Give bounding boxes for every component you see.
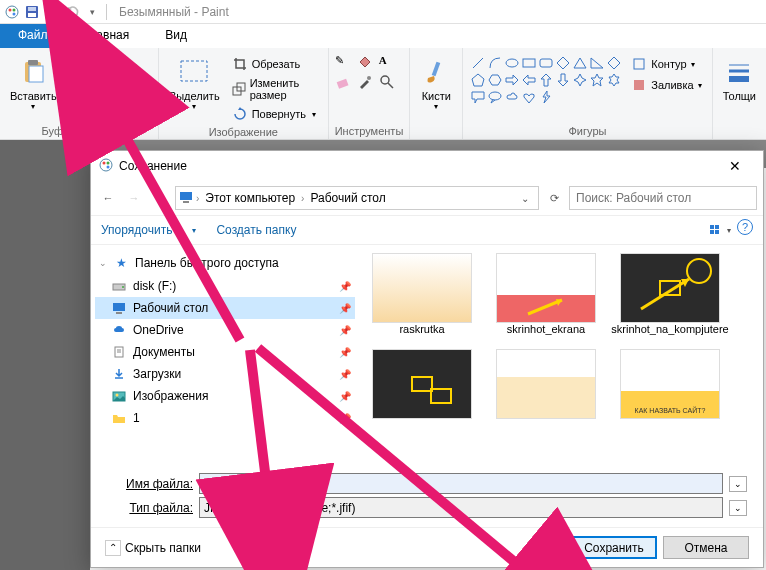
thickness-button[interactable]: Толщи <box>719 54 760 104</box>
shape-arrowd[interactable] <box>556 73 570 87</box>
breadcrumb-desktop[interactable]: Рабочий стол <box>306 189 389 207</box>
hide-folders-button[interactable]: ⌃ Скрыть папки <box>105 540 201 556</box>
tree-item-documents[interactable]: Документы📌 <box>95 341 355 363</box>
fill-icon[interactable] <box>357 54 377 72</box>
shape-hexagon[interactable] <box>488 73 502 87</box>
file-item[interactable]: skrinhot_na_kompjutere <box>615 253 725 335</box>
shape-line[interactable] <box>471 56 485 70</box>
file-item[interactable]: КАК НАЗВАТЬ САЙТ? <box>615 349 725 419</box>
shape-diamond[interactable] <box>607 56 621 70</box>
view-button[interactable]: ▾ <box>709 219 731 241</box>
brushes-button[interactable]: Кисти ▾ <box>416 54 456 113</box>
group-size: Толщи <box>713 48 766 139</box>
chevron-down-icon[interactable]: ⌄ <box>729 500 747 516</box>
svg-point-16 <box>367 76 371 80</box>
picker-icon[interactable] <box>357 74 377 92</box>
shape-polygon[interactable] <box>556 56 570 70</box>
close-button[interactable]: ✕ <box>715 152 755 180</box>
text-icon[interactable]: A <box>379 54 399 72</box>
shape-roundrect[interactable] <box>539 56 553 70</box>
shape-star5[interactable] <box>590 73 604 87</box>
tab-file[interactable]: Файл <box>0 24 66 48</box>
pencil-icon[interactable]: ✎ <box>335 54 355 72</box>
redo-icon[interactable] <box>64 4 80 20</box>
outline-button[interactable]: Контур▾ <box>627 54 705 74</box>
cut-button[interactable]: ✂Вырезать <box>65 54 152 74</box>
qat-dropdown-icon[interactable]: ▾ <box>84 4 100 20</box>
shape-rtriangle[interactable] <box>590 56 604 70</box>
shape-star6[interactable] <box>607 73 621 87</box>
crop-button[interactable]: Обрезать <box>228 54 322 74</box>
search-input[interactable] <box>576 191 750 205</box>
tree-quickaccess[interactable]: ⌄ ★ Панель быстрого доступа <box>95 251 355 275</box>
paste-icon <box>17 56 49 88</box>
file-item[interactable]: skrinhot_ekrana <box>491 253 601 335</box>
shape-callout-cloud[interactable] <box>505 90 519 104</box>
shape-triangle[interactable] <box>573 56 587 70</box>
cancel-button[interactable]: Отмена <box>663 536 749 559</box>
address-bar[interactable]: › Этот компьютер › Рабочий стол ⌄ <box>175 186 539 210</box>
undo-icon[interactable] <box>44 4 60 20</box>
tree-item-pictures[interactable]: Изображения📌 <box>95 385 355 407</box>
drive-icon <box>111 278 127 294</box>
tree-item-onedrive[interactable]: OneDrive📌 <box>95 319 355 341</box>
breadcrumb-thispc[interactable]: Этот компьютер <box>201 189 299 207</box>
file-item[interactable]: raskrutka <box>367 253 477 335</box>
rotate-button[interactable]: Повернуть▾ <box>228 104 322 124</box>
chevron-right-icon[interactable]: › <box>301 193 304 204</box>
paste-button[interactable]: Вставить ▾ <box>6 54 61 113</box>
fill-button[interactable]: Заливка▾ <box>627 75 705 95</box>
shape-oval[interactable] <box>505 56 519 70</box>
shape-curve[interactable] <box>488 56 502 70</box>
shape-arrowl[interactable] <box>522 73 536 87</box>
shape-arrowu[interactable] <box>539 73 553 87</box>
pin-icon: 📌 <box>339 347 351 358</box>
filetype-select[interactable] <box>199 497 723 518</box>
file-list[interactable]: raskrutka skrinhot_ekrana skrinhot_na_ko… <box>359 245 763 464</box>
chevron-down-icon: ▾ <box>192 102 196 111</box>
shape-star4[interactable] <box>573 73 587 87</box>
tree-item-disk[interactable]: disk (F:)📌 <box>95 275 355 297</box>
window-title: Безымянный - Paint <box>119 5 229 19</box>
organize-button[interactable]: Упорядочить <box>101 223 172 237</box>
eraser-icon[interactable] <box>335 74 355 92</box>
file-item[interactable] <box>491 349 601 419</box>
filename-label: Имя файла: <box>107 477 193 491</box>
group-brushes: Кисти ▾ <box>410 48 463 139</box>
tab-home[interactable]: Главная <box>66 24 148 48</box>
file-item[interactable] <box>367 349 477 419</box>
search-box[interactable] <box>569 186 757 210</box>
save-button[interactable]: Сохранить <box>571 536 657 559</box>
tree-item-downloads[interactable]: Загрузки📌 <box>95 363 355 385</box>
resize-button[interactable]: Изменить размер <box>228 75 322 103</box>
chevron-right-icon[interactable]: › <box>196 193 199 204</box>
chevron-down-icon[interactable]: ⌄ <box>99 258 107 268</box>
forward-button[interactable]: → <box>123 187 145 209</box>
tree-item-desktop[interactable]: Рабочий стол📌 <box>95 297 355 319</box>
filename-input[interactable] <box>199 473 723 494</box>
outline-icon <box>631 56 647 72</box>
svg-marker-28 <box>472 74 484 86</box>
refresh-button[interactable]: ⟳ <box>543 187 565 209</box>
shape-callout-oval[interactable] <box>488 90 502 104</box>
shape-callout-rect[interactable] <box>471 90 485 104</box>
tab-view[interactable]: Вид <box>147 24 205 48</box>
shape-lightning[interactable] <box>539 90 553 104</box>
copy-button[interactable]: Копировать <box>65 75 152 95</box>
chevron-down-icon[interactable]: ⌄ <box>729 476 747 492</box>
shapes-gallery[interactable] <box>469 54 623 106</box>
select-button[interactable]: Выделить ▾ <box>165 54 224 113</box>
save-icon[interactable] <box>24 4 40 20</box>
magnify-icon[interactable] <box>379 74 399 92</box>
shape-heart[interactable] <box>522 90 536 104</box>
back-button[interactable]: ← <box>97 187 119 209</box>
tree-item-folder1[interactable]: 1📌 <box>95 407 355 429</box>
up-button[interactable]: ↑ <box>149 187 171 209</box>
help-button[interactable]: ? <box>737 219 753 235</box>
addr-dropdown-icon[interactable]: ⌄ <box>514 187 536 209</box>
shape-arrowr[interactable] <box>505 73 519 87</box>
shape-rect[interactable] <box>522 56 536 70</box>
newfolder-button[interactable]: Создать папку <box>216 223 296 237</box>
shape-pentagon[interactable] <box>471 73 485 87</box>
svg-rect-45 <box>183 201 189 203</box>
